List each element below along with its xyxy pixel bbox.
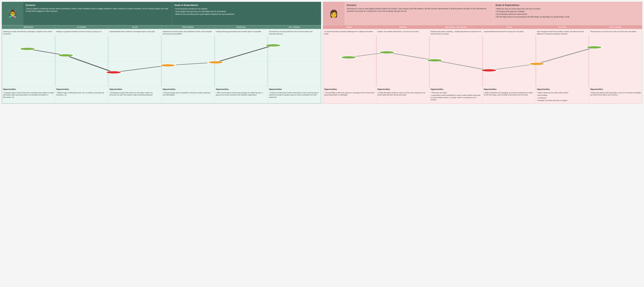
left-scenario-title: Scenario — [26, 4, 170, 6]
left-opp-title: Opportunities — [3, 88, 54, 90]
right-goals-title: Goals & Expectations — [496, 4, 640, 6]
left-opp-item: Creating a blog or news section that con… — [3, 92, 54, 98]
left-phase-desc: Finding learning opportunities that are … — [215, 29, 268, 36]
right-phase-tab: FRIENDS — [376, 25, 429, 29]
svg-point-21 — [481, 69, 497, 72]
left-goals-title: Goals & Expectations — [174, 4, 319, 6]
left-avatar: 👨‍🏫 — [2, 2, 23, 25]
left-chart-area — [2, 36, 321, 86]
left-goals: Goals & Expectations Find interactive ac… — [172, 2, 321, 25]
right-avatar: 👩 — [323, 2, 344, 25]
right-opp-col: OpportunitiesMake it interactive and eng… — [483, 86, 536, 104]
right-opp-item: Energetic, but clean and easy to navigat… — [537, 99, 588, 102]
right-opp-item: Explore key features like being able to … — [590, 92, 641, 96]
left-opp-title: Opportunities — [216, 88, 266, 90]
right-opp-col: OpportunitiesMake it stand out from othe… — [536, 86, 589, 104]
svg-point-9 — [160, 64, 176, 67]
left-opp-item: Create an intuitive layout where informa… — [269, 92, 320, 98]
left-phase-desc: The discovery of an app with that much a… — [268, 29, 321, 36]
right-opp-title: Opportunities — [484, 88, 534, 90]
right-phase-desc: The discovery of a tour for her to see a… — [589, 29, 642, 36]
left-phase-tab: REPLANNING — [162, 25, 215, 29]
left-opp-col: OpportunitiesCreating a blog or news sec… — [2, 86, 55, 104]
right-goals-list: Make the most out of the spare time she … — [496, 8, 640, 18]
left-phase-tabs: RESEARCHPLANNINGCOVIDREPLANNINGPROPOSALK… — [2, 25, 321, 29]
right-journey-chart — [323, 36, 642, 86]
right-opp-item: Create shareable content so users can sh… — [377, 92, 428, 96]
svg-point-7 — [58, 54, 74, 57]
right-opp-item: More striking — [537, 94, 588, 96]
left-goal-item: Find interactive activities for his stud… — [174, 8, 319, 10]
left-opp-col: OpportunitiesCreate an intuitive layout … — [268, 86, 321, 104]
svg-point-6 — [20, 48, 35, 50]
right-phase-desc: Unprecedented times forced her to stay p… — [483, 29, 536, 36]
left-opp-item: Different ways of filtering the work. E.… — [56, 92, 107, 96]
right-phase-desc: An environment that constantly challenge… — [323, 29, 376, 36]
left-opp-item: Developing a project that solves not onl… — [110, 92, 160, 96]
left-phase-tab: KEY FINDING — [268, 25, 321, 29]
right-opp-title: Opportunities — [324, 88, 375, 90]
right-panel: 👩 Scenario Searching for a way to keep g… — [323, 2, 642, 104]
right-goal-item: All she really wants is to be amazed by … — [496, 16, 640, 18]
left-opp-col: OpportunitiesDifferent ways of filtering… — [55, 86, 108, 104]
right-chart-area — [323, 36, 642, 86]
right-phase-desc: Exploring new places, traveling... anyth… — [430, 29, 483, 36]
right-opp-col: Opportunities"Plan your trip" option.Cre… — [430, 86, 483, 104]
right-opp-item: Create filters and the possibility for u… — [430, 94, 482, 101]
left-phase-tab: RESEARCH — [2, 25, 55, 29]
left-phase-tab: PROPOSAL — [215, 25, 268, 29]
left-opp-col: OpportunitiesInclusive design that is ac… — [162, 86, 215, 104]
right-phase-desc: Even though the internet has endless con… — [536, 29, 589, 36]
right-phase-tabs: WORKFRIENDSEMOTIONAL UNLOADINGCOVIDROUTI… — [323, 25, 642, 29]
left-opp-title: Opportunities — [269, 88, 320, 90]
right-goals: Goals & Expectations Make the most out o… — [493, 2, 642, 25]
right-opp-title: Opportunities — [590, 88, 641, 90]
left-opp-title: Opportunities — [56, 88, 107, 90]
right-opp-col: OpportunitiesExplore key features like b… — [589, 86, 642, 104]
left-phase-desc: Unprecedented times created an 180 degre… — [108, 29, 162, 36]
right-opp-title: Opportunities — [537, 88, 588, 90]
left-phase-desc: Making an organized schedule of how his … — [55, 29, 108, 36]
svg-point-20 — [427, 59, 442, 62]
right-scenario: Scenario Searching for a way to keep get… — [344, 2, 493, 25]
right-goal-item: Find places that spark her creativity — [496, 10, 640, 13]
right-opp-title: Opportunities — [377, 88, 428, 90]
left-header: 👨‍🏫 Scenario Trying to adapt to a teachi… — [2, 2, 321, 25]
svg-point-22 — [529, 62, 545, 65]
right-opp-item: Make it stand out from other online cont… — [537, 92, 588, 94]
right-goal-item: Be constantly pushed for improvement — [496, 13, 640, 16]
svg-point-8 — [106, 71, 122, 74]
right-opp-title: Opportunities — [430, 88, 482, 90]
left-opp-item: Offer several options, like pricing pack… — [216, 92, 266, 96]
left-panel: 👨‍🏫 Scenario Trying to adapt to a teachi… — [2, 2, 321, 104]
left-phase-desc: Keeping up-to-date and informed, especia… — [2, 29, 55, 36]
left-opp-col: OpportunitiesOffer several options, like… — [215, 86, 268, 104]
right-phase-tab: WORK — [323, 25, 376, 29]
right-phase-tab: SELF FINDING — [589, 25, 642, 29]
left-scenario-text: Trying to adapt to a teaching scenario w… — [26, 8, 170, 12]
right-phase-tab: COVID — [483, 25, 536, 29]
left-goal-item: Good-quality learning tools at an afford… — [174, 10, 319, 13]
right-opp-item: Make it interactive and engaging: an imm… — [484, 92, 534, 96]
right-phase-tab: EMOTIONAL UNLOADING — [430, 25, 483, 29]
left-goals-list: Find interactive activities for his stud… — [174, 8, 319, 16]
right-opp-item: The possibility to offer trivia, games o… — [324, 92, 375, 96]
left-scenario: Scenario Trying to adapt to a teaching s… — [23, 2, 172, 25]
right-phase-desc: Outdoor, fun activities with friends. A … — [376, 29, 429, 36]
svg-point-11 — [265, 44, 281, 47]
left-opp-title: Opportunities — [110, 88, 160, 90]
svg-point-19 — [379, 51, 395, 54]
right-opp-item: A statement — [537, 97, 588, 99]
left-opp-col: OpportunitiesDeveloping a project that s… — [108, 86, 162, 104]
right-scenario-title: Scenario — [346, 4, 491, 6]
svg-point-10 — [208, 61, 224, 64]
right-phase-tab: ROUTINE — [536, 25, 589, 29]
left-phase-tab: COVID — [108, 25, 162, 29]
right-phase-descs: An environment that constantly challenge… — [323, 29, 642, 36]
right-opp-col: OpportunitiesThe possibility to offer tr… — [323, 86, 376, 104]
left-opp-title: Opportunities — [162, 88, 214, 90]
left-opp-item: Inclusive design that is accessible to e… — [162, 92, 214, 96]
right-opp-item: "Plan your trip" option. — [430, 92, 482, 94]
right-goal-item: Make the most out of the spare time she … — [496, 8, 640, 10]
right-scenario-text: Searching for a way to keep getting insp… — [346, 8, 491, 12]
